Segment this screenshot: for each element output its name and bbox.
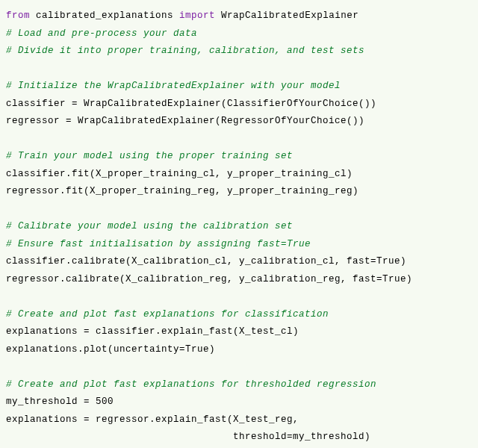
code-line: from calibrated_explanations import Wrap… [6,7,474,25]
code-block: from calibrated_explanations import Wrap… [0,0,478,448]
comment-text: # Load and pre-process your data [6,28,197,39]
code-text: regressor = WrapCalibratedExplainer(Regr… [6,116,364,126]
code-line [6,358,474,376]
code-line: classifier.fit(X_proper_training_cl, y_p… [6,166,474,184]
keyword-from: from [6,10,30,21]
code-line: classifier = WrapCalibratedExplainer(Cla… [6,96,474,113]
code-text: my_threshold = 500 [6,396,114,407]
code-text: classifier.calibrate(X_calibration_cl, y… [6,256,406,267]
code-line: # Ensure fast initialisation by assignin… [6,236,474,254]
code-line [6,288,474,306]
code-line: explanations = classifier.explain_fast(X… [6,323,474,341]
comment-text: # Create and plot fast explanations for … [6,379,376,390]
code-line: regressor.calibrate(X_calibration_reg, y… [6,271,474,289]
code-line: explanations = regressor.explain_fast(X_… [6,411,474,429]
module-name: calibrated_explanations [36,10,173,21]
code-text: classifier.fit(X_proper_training_cl, y_p… [6,169,353,179]
comment-text: # Ensure fast initialisation by assignin… [6,239,311,249]
code-line [6,131,474,149]
code-line: classifier.calibrate(X_calibration_cl, y… [6,253,474,271]
comment-text: # Train your model using the proper trai… [6,151,293,161]
code-line: explanations.plot(uncertainty=True) [6,341,474,359]
code-text: explanations = classifier.explain_fast(X… [6,326,299,337]
code-text: regressor.calibrate(X_calibration_reg, y… [6,274,412,284]
code-line: # Load and pre-process your data [6,25,474,43]
comment-text: # Create and plot fast explanations for … [6,309,329,320]
code-line: # Train your model using the proper trai… [6,148,474,166]
comment-text: # Calibrate your model using the calibra… [6,221,293,231]
code-text: explanations = regressor.explain_fast(X_… [6,414,299,425]
imported-name: WrapCalibratedExplainer [221,10,358,21]
code-line: threshold=my_threshold) [6,429,474,447]
keyword-import: import [179,10,215,21]
code-line: # Create and plot fast explanations for … [6,306,474,324]
code-text: classifier = WrapCalibratedExplainer(Cla… [6,99,376,109]
code-line: my_threshold = 500 [6,393,474,411]
code-line: # Create and plot fast explanations for … [6,376,474,394]
code-line: # Initialize the WrapCalibratedExplainer… [6,78,474,96]
code-line: regressor.fit(X_proper_training_reg, y_p… [6,183,474,201]
code-line: # Divide it into proper training, calibr… [6,43,474,60]
code-line [6,60,474,78]
code-line: # Calibrate your model using the calibra… [6,218,474,236]
code-line: regressor = WrapCalibratedExplainer(Regr… [6,113,474,131]
code-line [6,201,474,219]
code-text: regressor.fit(X_proper_training_reg, y_p… [6,186,358,196]
comment-text: # Divide it into proper training, calibr… [6,46,364,56]
code-text: explanations.plot(uncertainty=True) [6,344,215,355]
comment-text: # Initialize the WrapCalibratedExplainer… [6,81,341,91]
code-text: threshold=my_threshold) [6,432,370,442]
